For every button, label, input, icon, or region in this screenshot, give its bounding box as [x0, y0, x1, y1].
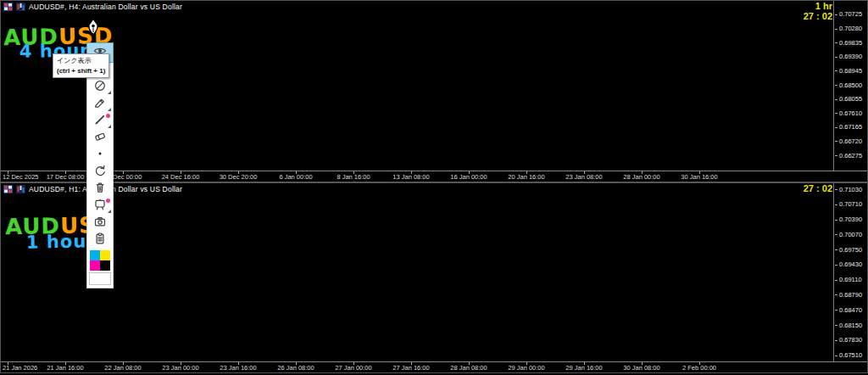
eraser-button[interactable]	[87, 130, 113, 147]
pen-button[interactable]	[87, 113, 113, 130]
tooltip-text: インク表示	[57, 56, 105, 66]
pen-slash-icon	[93, 79, 107, 96]
stroke-size-button[interactable]	[87, 147, 113, 164]
highlighter-button[interactable]	[87, 96, 113, 113]
eraser-icon	[93, 130, 107, 147]
chart-plot-area-h4[interactable]: AUDUSD 4 hours	[1, 12, 833, 171]
ink-visibility-tooltip: インク表示 (ctrl + shift + 1)	[53, 53, 109, 78]
chart-plot-area-h1[interactable]: AUDUSD 1 hour	[1, 194, 833, 362]
color-swatch[interactable]	[90, 260, 100, 271]
clipboard-button[interactable]	[87, 232, 113, 249]
board-icon	[93, 198, 107, 215]
chart-type-icon[interactable]	[16, 3, 25, 11]
color-palette	[90, 250, 110, 271]
color-swatch[interactable]	[100, 250, 110, 260]
clear-all-button[interactable]	[87, 181, 113, 198]
pen-cursor-icon	[85, 18, 102, 40]
metatrader-workspace: { "colors": { "up_candle": "#2bd5c2", "d…	[0, 0, 868, 375]
chart-title: AUDUSD#, H4: Australian Dollar vs US Dol…	[29, 3, 182, 11]
price-scale-h4[interactable]: 0.707250.702800.698350.693900.689450.685…	[833, 1, 867, 171]
trash-icon	[93, 181, 107, 198]
time-scale-h1[interactable]: 21 Jan 202621 Jan 16:0022 Jan 08:0023 Ja…	[1, 361, 867, 372]
screenshot-button[interactable]	[87, 215, 113, 232]
chart-window-h4: AUDUSD#, H4: Australian Dollar vs US Dol…	[0, 0, 868, 182]
pen-line-icon	[93, 113, 107, 130]
titlebar-h1: AUDUSD#, H1: Australian Dollar vs US Dol…	[1, 183, 867, 194]
window-grid-icon[interactable]	[3, 185, 13, 193]
color-swatch[interactable]	[100, 260, 110, 271]
dot-icon	[93, 147, 107, 164]
chart-type-icon[interactable]	[16, 185, 25, 193]
pen-disable-button[interactable]	[87, 79, 113, 96]
color-swatch[interactable]	[90, 250, 100, 260]
clipboard-icon	[93, 232, 107, 249]
current-color-swatch[interactable]	[89, 272, 111, 285]
countdown-timer: 1 hr27 : 02	[804, 1, 832, 21]
undo-icon	[93, 164, 107, 181]
price-scale-h1[interactable]: 0.710300.707100.703900.700700.697500.694…	[833, 183, 867, 362]
highlighter-icon	[93, 96, 107, 113]
ink-toolbar	[86, 42, 114, 288]
countdown-timer: 27 : 02	[804, 183, 832, 193]
time-scale-h4[interactable]: 12 Dec 202517 Dec 08:0022 Dec 00:0024 De…	[1, 171, 867, 182]
chart-window-h1: AUDUSD#, H1: Australian Dollar vs US Dol…	[0, 182, 868, 373]
camera-icon	[93, 215, 107, 232]
undo-button[interactable]	[87, 164, 113, 181]
whiteboard-button[interactable]	[87, 198, 113, 215]
titlebar-h4: AUDUSD#, H4: Australian Dollar vs US Dol…	[1, 1, 867, 12]
window-grid-icon[interactable]	[3, 3, 13, 11]
tooltip-shortcut: (ctrl + shift + 1)	[57, 66, 105, 76]
